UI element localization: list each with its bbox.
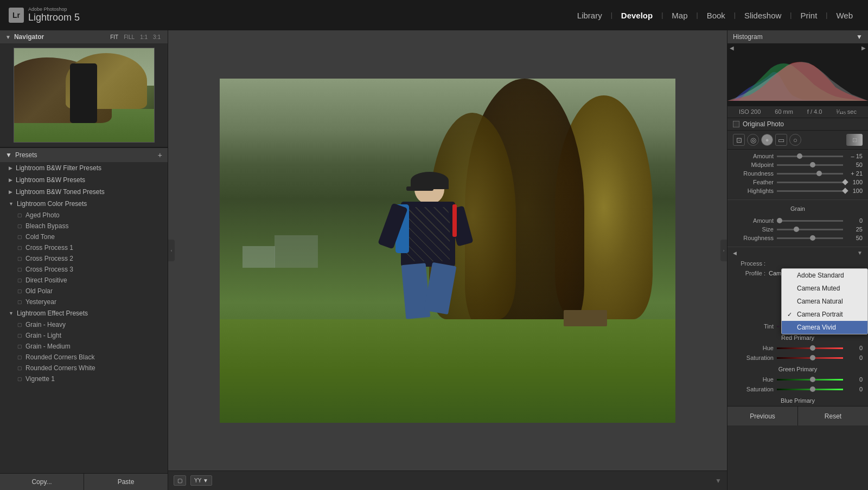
red-hue-thumb[interactable] [810, 345, 815, 351]
grain-amount-thumb[interactable] [777, 218, 782, 223]
preset-grain-light[interactable]: ▢ Grain - Light [0, 330, 168, 341]
amount-thumb[interactable] [797, 153, 802, 159]
preset-cross-process-2[interactable]: ▢ Cross Process 2 [0, 253, 168, 264]
dd-camera-vivid[interactable]: Camera Vivid [782, 321, 867, 334]
nav-book[interactable]: Book [700, 11, 732, 20]
profile-row: Profile : Camera Vivid ▼ Adobe Standard … [727, 268, 868, 278]
preset-old-polar[interactable]: ▢ Old Polar [0, 286, 168, 296]
navigator-triangle: ▼ [5, 34, 11, 40]
adjustment-brush-icon[interactable]: ○ [789, 134, 801, 146]
preset-group-bw-toned-header[interactable]: ▶ Lightroom B&W Toned Presets [0, 186, 168, 198]
crop-icon[interactable]: ⊡ [733, 134, 745, 146]
preset-group-bw-header[interactable]: ▶ Lightroom B&W Presets [0, 174, 168, 186]
dd-check-muted [787, 285, 794, 292]
preset-icon-gl: ▢ [17, 333, 22, 338]
presets-header[interactable]: ▼ Presets + [0, 147, 168, 162]
dd-camera-natural[interactable]: Camera Natural [782, 295, 867, 308]
preset-cross-process-3[interactable]: ▢ Cross Process 3 [0, 264, 168, 275]
range-mask-icon[interactable]: ⊡ [846, 134, 863, 146]
preset-grain-heavy[interactable]: ▢ Grain - Heavy [0, 319, 168, 330]
grain-roughness-row: Roughness 50 [733, 235, 863, 241]
left-panel-collapse[interactable]: ‹ [168, 240, 175, 261]
dd-camera-muted[interactable]: Camera Muted [782, 282, 867, 295]
paste-button[interactable]: Paste [84, 474, 168, 490]
preset-group-color-header[interactable]: ▼ Lightroom Color Presets [0, 198, 168, 210]
midpoint-thumb[interactable] [810, 162, 815, 167]
healing-icon[interactable]: ◎ [747, 134, 759, 146]
nav-opt-1to1[interactable]: 1:1 [138, 34, 149, 41]
histogram-header[interactable]: Histogram ▼ [727, 30, 868, 44]
calib-header[interactable]: ◀ ▼ [727, 247, 868, 259]
preset-vignette-1[interactable]: ▢ Vignette 1 [0, 373, 168, 384]
nav-web[interactable]: Web [829, 11, 859, 20]
red-sat-thumb[interactable] [810, 355, 815, 360]
nav-library[interactable]: Library [571, 11, 609, 20]
calib-expand-arrow[interactable]: ▼ [857, 250, 863, 256]
preset-rounded-corners-white[interactable]: ▢ Rounded Corners White [0, 363, 168, 373]
nav-print[interactable]: Print [794, 11, 824, 20]
red-hue-track[interactable] [777, 347, 843, 349]
presets-add-button[interactable]: + [158, 151, 162, 159]
original-photo-row[interactable]: Original Photo [727, 118, 868, 131]
yy-button[interactable]: YY ▼ [190, 475, 212, 486]
preset-aged-photo[interactable]: ▢ Aged Photo [0, 210, 168, 221]
nav-opt-fit[interactable]: FIT [108, 34, 120, 41]
preset-cold-tone[interactable]: ▢ Cold Tone [0, 231, 168, 242]
grain-amount-track[interactable] [777, 220, 843, 222]
calib-collapse-arrow[interactable]: ◀ [733, 250, 737, 256]
dd-adobe-standard[interactable]: Adobe Standard [782, 269, 867, 282]
nav-slideshow[interactable]: Slideshow [738, 11, 788, 20]
copy-button[interactable]: Copy... [0, 474, 84, 490]
preset-direct-positive[interactable]: ▢ Direct Positive [0, 275, 168, 286]
nav-opt-fill[interactable]: FILL [122, 34, 136, 41]
midpoint-track[interactable] [777, 164, 843, 166]
feather-track[interactable] [777, 182, 843, 183]
right-panel-collapse[interactable]: › [720, 240, 727, 261]
preset-group-bw-filter-header[interactable]: ▶ Lightroom B&W Filter Presets [0, 162, 168, 174]
hist-arrow-left[interactable]: ◀ [730, 45, 734, 51]
grain-size-track[interactable] [777, 229, 843, 230]
grain-roughness-thumb[interactable] [810, 235, 815, 241]
view-mode-button[interactable]: ▢ [174, 475, 186, 486]
navigator-thumbnail[interactable] [14, 48, 155, 143]
roundness-track[interactable] [777, 173, 843, 175]
camera-calibration-section: ◀ ▼ Process : Profile : Camera Vivid ▼ A… [727, 247, 868, 406]
preset-cross-process-1[interactable]: ▢ Cross Process 1 [0, 242, 168, 253]
previous-button[interactable]: Previous [727, 407, 798, 425]
red-hue-value: 0 [846, 345, 863, 351]
nav-map[interactable]: Map [665, 11, 694, 20]
green-sat-thumb[interactable] [810, 386, 815, 392]
preset-icon-dp: ▢ [17, 278, 22, 283]
dd-label-muted: Camera Muted [797, 285, 840, 292]
navigator-header[interactable]: ▼ Navigator FIT FILL 1:1 3:1 [0, 30, 168, 43]
nav-develop[interactable]: Develop [615, 11, 659, 20]
roundness-thumb[interactable] [816, 171, 822, 176]
grain-roughness-track[interactable] [777, 237, 843, 239]
original-photo-checkbox[interactable] [733, 121, 739, 127]
preset-group-bw: ▶ Lightroom B&W Presets [0, 174, 168, 186]
preset-rounded-corners-black[interactable]: ▢ Rounded Corners Black [0, 352, 168, 363]
green-hue-track[interactable] [777, 379, 843, 381]
hist-arrow-right[interactable]: ▶ [861, 45, 866, 51]
green-sat-track[interactable] [777, 389, 843, 390]
preset-group-effect-header[interactable]: ▼ Lightroom Effect Presets [0, 307, 168, 319]
preset-bleach-bypass[interactable]: ▢ Bleach Bypass [0, 221, 168, 231]
radial-filter-icon[interactable]: ● [761, 134, 773, 146]
photo-container[interactable]: ‹ › [168, 30, 727, 470]
preset-grain-medium[interactable]: ▢ Grain - Medium [0, 341, 168, 352]
reset-button[interactable]: Reset [798, 407, 868, 425]
dd-camera-portrait[interactable]: ✓ Camera Portrait [782, 308, 867, 321]
profile-dropdown-menu[interactable]: Adobe Standard Camera Muted Camera Natur… [781, 268, 868, 334]
green-hue-thumb[interactable] [810, 377, 815, 382]
graduated-filter-icon[interactable]: ▭ [775, 134, 787, 146]
preset-icon-aged: ▢ [17, 212, 22, 218]
amount-track[interactable] [777, 156, 843, 157]
red-hue-label: Hue [733, 345, 774, 351]
red-sat-track[interactable] [777, 357, 843, 359]
highlights-track[interactable] [777, 190, 843, 192]
histogram-expand[interactable]: ▼ [856, 33, 863, 41]
nav-opt-3to1[interactable]: 3:1 [151, 34, 162, 41]
preset-yesteryear[interactable]: ▢ Yesteryear [0, 296, 168, 307]
grain-size-thumb[interactable] [794, 227, 799, 232]
amount-value: – 15 [846, 153, 863, 159]
